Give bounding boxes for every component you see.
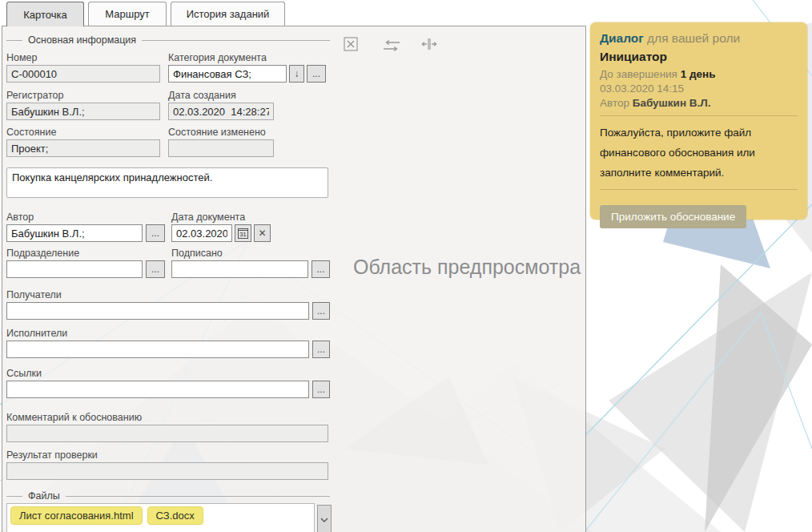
- dialog-role: Инициатор: [600, 50, 798, 64]
- splitter-icon[interactable]: [421, 38, 437, 54]
- author-browse-button[interactable]: ...: [146, 224, 165, 242]
- swap-arrows-icon[interactable]: [383, 40, 400, 54]
- check-result-field[interactable]: [6, 462, 328, 480]
- category-field[interactable]: [168, 65, 287, 83]
- dialog-title-word: Диалог: [600, 31, 644, 45]
- label-signed: Подписано: [171, 248, 223, 260]
- created-date-field[interactable]: [168, 103, 274, 120]
- close-preview-icon[interactable]: [344, 37, 358, 54]
- label-recipients: Получатели: [6, 289, 330, 301]
- category-dropdown-button[interactable]: ↓: [289, 65, 304, 83]
- form-column: Основная информация Номер Категория доку…: [6, 26, 330, 532]
- number-field[interactable]: [6, 65, 160, 83]
- department-browse-button[interactable]: ...: [146, 260, 165, 278]
- links-browse-button[interactable]: ...: [312, 381, 330, 398]
- document-date-calendar-button[interactable]: 31: [235, 224, 251, 242]
- dialog-divider: [600, 189, 798, 190]
- file-chip[interactable]: СЗ.docx: [147, 506, 203, 525]
- label-department: Подразделение: [6, 248, 330, 260]
- registrar-field[interactable]: [6, 103, 160, 120]
- dialog-subtitle: для вашей роли: [647, 31, 740, 45]
- label-category: Категория документа: [168, 52, 267, 64]
- executors-field[interactable]: [6, 341, 309, 358]
- dialog-datetime: 03.03.2020 14:15: [600, 83, 798, 95]
- recipients-browse-button[interactable]: ...: [312, 302, 330, 320]
- dialog-panel: Диалог для вашей роли Инициатор До завер…: [590, 22, 807, 220]
- dialog-title: Диалог для вашей роли: [600, 31, 798, 46]
- deadline-label: До завершения: [600, 68, 677, 80]
- document-date-field[interactable]: [171, 224, 232, 242]
- file-chip[interactable]: Лист согласования.html: [10, 506, 143, 525]
- state-field[interactable]: [6, 139, 160, 157]
- state-changed-field[interactable]: [168, 139, 274, 157]
- department-field[interactable]: [6, 260, 143, 278]
- document-date-clear-button[interactable]: ✕: [254, 224, 271, 242]
- label-links: Ссылки: [6, 368, 330, 380]
- recipients-field[interactable]: [6, 302, 309, 320]
- justification-comment-field[interactable]: [6, 425, 328, 442]
- tab-bar: Карточка Маршрут История заданий: [6, 2, 285, 26]
- group-main-info-label: Основная информация: [28, 34, 136, 46]
- signed-field[interactable]: [171, 260, 308, 278]
- dialog-message: Пожалуйста, приложите файл финансового о…: [600, 123, 764, 183]
- links-field[interactable]: [6, 381, 309, 398]
- label-check-result: Результат проверки: [6, 449, 330, 461]
- preview-area-label: Область предпросмотра: [347, 255, 587, 279]
- label-justification-comment: Комментарий к обоснованию: [6, 412, 330, 424]
- card-panel: Область предпросмотра Основная информаци…: [2, 26, 586, 532]
- label-created-date: Дата создания: [168, 90, 236, 102]
- author-field[interactable]: [6, 224, 143, 242]
- files-scrollbar[interactable]: [317, 505, 332, 532]
- label-author: Автор: [6, 212, 330, 224]
- tab-card[interactable]: Карточка: [6, 2, 84, 26]
- dialog-author: Автор Бабушкин В.Л.: [600, 97, 798, 109]
- description-textarea[interactable]: Покупка канцелярских принадлежностей.: [6, 167, 328, 198]
- group-main-info: Основная информация: [6, 34, 330, 46]
- author-label: Автор: [600, 97, 629, 109]
- dialog-divider: [600, 115, 798, 116]
- group-files: Файлы: [6, 490, 330, 502]
- group-files-label: Файлы: [28, 490, 60, 502]
- files-list: Лист согласования.html СЗ.docx: [6, 503, 315, 532]
- label-state-changed: Состояние изменено: [168, 127, 266, 139]
- deadline-value: 1 день: [681, 68, 716, 80]
- tab-route[interactable]: Маршрут: [88, 2, 167, 26]
- category-browse-button[interactable]: ...: [307, 65, 326, 83]
- chevron-down-icon: [320, 518, 328, 522]
- author-value: Бабушкин В.Л.: [633, 97, 711, 109]
- label-document-date: Дата документа: [171, 212, 245, 224]
- attach-justification-button[interactable]: Приложить обоснование: [600, 205, 746, 228]
- dialog-deadline: До завершения 1 день: [600, 68, 798, 80]
- tab-task-history[interactable]: История заданий: [171, 2, 285, 26]
- calendar-icon: 31: [238, 228, 248, 239]
- label-executors: Исполнители: [6, 328, 330, 340]
- signed-browse-button[interactable]: ...: [312, 260, 330, 278]
- executors-browse-button[interactable]: ...: [312, 341, 330, 358]
